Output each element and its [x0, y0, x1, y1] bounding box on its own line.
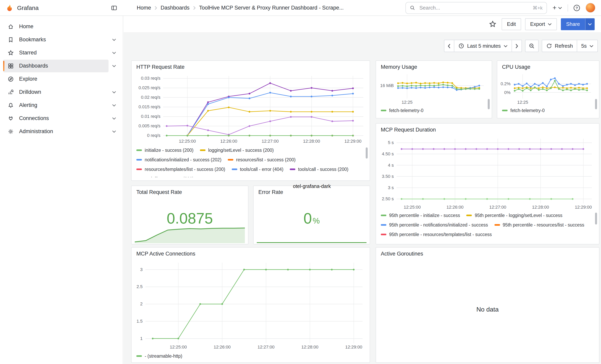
svg-text:16 MiB: 16 MiB: [380, 83, 394, 88]
gear-icon: [8, 128, 14, 135]
svg-text:0.2%: 0.2%: [501, 81, 511, 86]
breadcrumb-dashboards[interactable]: Dashboards: [160, 5, 190, 11]
caret-down-icon: [558, 7, 562, 9]
edit-button[interactable]: Edit: [502, 18, 521, 30]
export-button[interactable]: Export: [525, 18, 557, 30]
panel-title[interactable]: CPU Usage: [502, 64, 531, 70]
panel-title[interactable]: Memory Usage: [381, 64, 417, 70]
sidebar-item-alerting-link[interactable]: Alerting: [3, 99, 109, 111]
panel-title[interactable]: MCP Active Connections: [136, 251, 195, 257]
share-menu-button[interactable]: [585, 18, 595, 30]
http-request-rate-chart[interactable]: 12:25:0012:26:0012:27:0012:28:0012:29:00…: [134, 74, 367, 144]
search-box[interactable]: ⌘+k: [405, 2, 547, 14]
panel-title[interactable]: MCP Request Duration: [381, 127, 436, 133]
sidebar-item-drilldown: Drilldown: [3, 85, 120, 98]
svg-text:12:26:00: 12:26:00: [447, 205, 464, 210]
sidebar-item-bookmarks-link[interactable]: Bookmarks: [3, 33, 109, 46]
share-button[interactable]: Share: [561, 18, 585, 30]
brand[interactable]: Grafana: [6, 4, 39, 12]
legend-item[interactable]: - (streamable-http): [136, 353, 182, 359]
legend-item[interactable]: 95th percentile - notifications/initiali…: [381, 222, 488, 228]
legend-item[interactable]: logging/setLevel - success (200): [200, 148, 274, 153]
sidebar-item-starred-link[interactable]: Starred: [3, 46, 109, 59]
sidebar-toggle-button[interactable]: [110, 3, 119, 12]
legend-item[interactable]: notifications/initialized - success (202…: [136, 157, 221, 163]
svg-text:12:27:00: 12:27:00: [258, 344, 275, 350]
chevron-down-icon[interactable]: [109, 38, 120, 41]
legend-scrollbar[interactable]: [366, 148, 368, 158]
time-forward-button[interactable]: [511, 40, 522, 52]
legend-item[interactable]: 95th percentile - resources/list - succe…: [494, 222, 584, 228]
sidebar-item-administration-link[interactable]: Administration: [3, 125, 109, 138]
chevron-down-icon[interactable]: [109, 91, 120, 93]
legend-item[interactable]: 95th percentile - resources/templates/li…: [381, 232, 492, 237]
clock-icon: [458, 43, 464, 49]
sidebar-item-dashboards-link[interactable]: Dashboards: [3, 59, 109, 72]
legend-scrollbar[interactable]: [595, 213, 597, 225]
dashboard-canvas: Last 5 minutes: [124, 32, 601, 364]
legend-swatch: [381, 110, 386, 111]
chevron-down-icon[interactable]: [109, 104, 120, 106]
legend-label: 95th percentile - notifications/initiali…: [389, 222, 488, 228]
chevron-down-icon[interactable]: [109, 130, 120, 133]
mcp-active-connections-chart[interactable]: 12:25:0012:26:0012:27:0012:28:0012:29:00…: [134, 260, 366, 350]
panel-title[interactable]: Error Rate: [258, 189, 283, 195]
svg-text:12:25:00: 12:25:00: [179, 139, 196, 144]
sidebar-item-connections-link[interactable]: Connections: [3, 112, 109, 125]
user-avatar[interactable]: [585, 3, 595, 13]
legend-scrollbar[interactable]: [488, 99, 490, 109]
mcp-request-duration-chart[interactable]: 12:25:0012:26:0012:27:0012:28:0012:29:00…: [378, 136, 595, 210]
legend-label: 95th percentile - resources/list - succe…: [503, 222, 584, 228]
share-group: Share: [561, 18, 595, 30]
legend-item[interactable]: resources/list - success (200): [228, 157, 296, 163]
error-rate-sparkline: [257, 238, 367, 243]
cpu-usage-chart[interactable]: 12:250%0.2%: [500, 72, 594, 105]
nav-left: Grafana: [0, 3, 123, 12]
sidebar-item-administration: Administration: [3, 125, 120, 138]
sidebar-item-label: Administration: [19, 128, 53, 134]
legend-swatch: [494, 224, 500, 226]
zoom-out-icon: [529, 43, 535, 49]
legend-item[interactable]: fetch-telemetry-0: [381, 108, 423, 113]
svg-text:3: 3: [140, 267, 142, 272]
legend-label: tools/list - success (200): [145, 176, 194, 177]
chevron-down-icon[interactable]: [109, 65, 120, 67]
sidebar-item-home-link[interactable]: Home: [3, 20, 120, 33]
legend-swatch: [381, 224, 386, 226]
sidebar-item-drilldown-link[interactable]: Drilldown: [3, 86, 109, 98]
legend-item[interactable]: resources/templates/list - success (200): [136, 167, 225, 172]
chevron-down-icon[interactable]: [109, 117, 120, 119]
search-input[interactable]: [419, 4, 530, 11]
zoom-out-button[interactable]: [525, 40, 538, 52]
time-back-button[interactable]: [444, 40, 454, 52]
sidebar-item-explore-link[interactable]: Explore: [3, 72, 120, 85]
legend-label: logging/setLevel - success (200): [208, 148, 274, 153]
sidebar-item-home: Home: [3, 20, 120, 33]
chevron-right-icon: [193, 6, 196, 10]
time-range-picker[interactable]: Last 5 minutes: [454, 40, 512, 52]
breadcrumb-home[interactable]: Home: [137, 5, 151, 11]
add-new-button[interactable]: +: [551, 3, 564, 12]
favorite-button[interactable]: [488, 19, 498, 29]
legend-swatch: [136, 168, 142, 170]
legend-item[interactable]: tools/call - success (200): [290, 167, 348, 172]
legend-item[interactable]: tools/call - error (404): [231, 167, 283, 172]
refresh-interval-picker[interactable]: 5s: [577, 40, 598, 52]
refresh-button[interactable]: Refresh: [541, 40, 577, 52]
legend-item[interactable]: 95th percentile - logging/setLevel - suc…: [466, 213, 562, 218]
legend-item[interactable]: initialize - success (200): [136, 148, 193, 153]
chevron-down-icon[interactable]: [109, 51, 120, 54]
panel-title[interactable]: HTTP Request Rate: [136, 64, 185, 70]
panel-title[interactable]: Active Goroutines: [381, 251, 423, 257]
legend-label: tools/call - error (404): [240, 167, 283, 172]
legend-scrollbar[interactable]: [595, 99, 597, 109]
panel-title[interactable]: Total Request Rate: [136, 189, 182, 195]
svg-text:12:27:00: 12:27:00: [261, 139, 279, 144]
legend-label: 95th percentile - resources/templates/li…: [389, 232, 492, 237]
legend-item[interactable]: fetch-telemetry-0: [502, 108, 545, 113]
help-button[interactable]: ?: [572, 3, 581, 12]
legend-item[interactable]: tools/list - success (200): [136, 176, 194, 177]
memory-usage-chart[interactable]: 12:2516 MiB: [378, 72, 487, 105]
stat-unit: %: [313, 216, 320, 226]
legend-item[interactable]: 95th percentile - initialize - success: [381, 213, 460, 218]
